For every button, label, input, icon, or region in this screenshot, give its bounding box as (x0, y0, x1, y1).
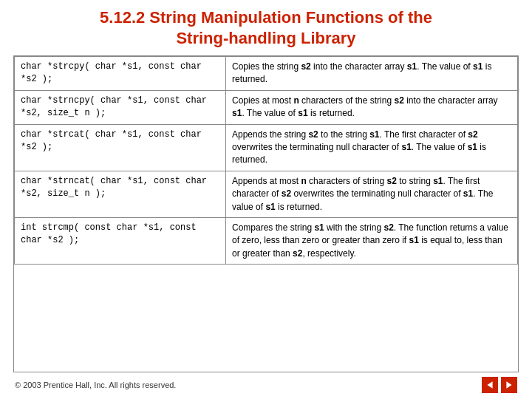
code-cell-4: int strcmp( const char *s1, const char *… (15, 217, 226, 264)
table-row: char *strncat( char *s1, const char *s2,… (15, 171, 518, 217)
table-row: char *strcat( char *s1, const char *s2 )… (15, 124, 518, 171)
prev-icon (485, 381, 494, 389)
footer: © 2003 Prentice Hall, Inc. All rights re… (13, 377, 519, 393)
desc-cell-2: Appends the string s2 to the string s1. … (226, 124, 518, 171)
next-button[interactable] (501, 377, 517, 393)
nav-buttons (482, 377, 517, 393)
desc-cell-4: Compares the string s1 with the string s… (226, 217, 518, 264)
svg-marker-1 (506, 381, 511, 389)
copyright-text: © 2003 Prentice Hall, Inc. All rights re… (15, 381, 176, 389)
page-title: 5.12.2 String Manipulation Functions of … (100, 7, 432, 48)
desc-cell-1: Copies at most n characters of the strin… (226, 90, 518, 124)
main-page: 5.12.2 String Manipulation Functions of … (0, 0, 532, 399)
content-table-wrap: char *strcpy( char *s1, const char *s2 )… (13, 55, 519, 372)
functions-table: char *strcpy( char *s1, const char *s2 )… (14, 56, 518, 265)
svg-marker-0 (487, 381, 492, 389)
desc-cell-3: Appends at most n characters of string s… (226, 171, 518, 217)
prev-button[interactable] (482, 377, 498, 393)
code-cell-0: char *strcpy( char *s1, const char *s2 )… (15, 57, 226, 91)
table-row: char *strncpy( char *s1, const char *s2,… (15, 90, 518, 124)
code-cell-1: char *strncpy( char *s1, const char *s2,… (15, 90, 226, 124)
table-row: char *strcpy( char *s1, const char *s2 )… (15, 57, 518, 91)
desc-cell-0: Copies the string s2 into the character … (226, 57, 518, 91)
table-row: int strcmp( const char *s1, const char *… (15, 217, 518, 264)
code-cell-2: char *strcat( char *s1, const char *s2 )… (15, 124, 226, 171)
code-cell-3: char *strncat( char *s1, const char *s2,… (15, 171, 226, 217)
next-icon (505, 381, 514, 389)
